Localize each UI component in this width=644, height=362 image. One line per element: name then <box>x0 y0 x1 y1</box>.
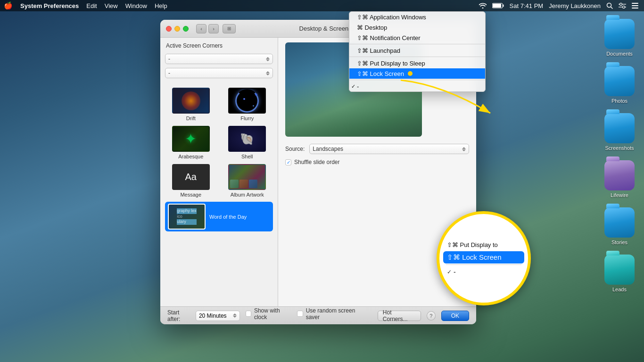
svg-rect-13 <box>632 8 638 8</box>
leads-folder-icon <box>604 255 635 285</box>
show-clock-row: Show with clock <box>246 307 292 321</box>
desktop-icons-container: Documents Photos Screenshots Lifewire St… <box>604 19 635 292</box>
menu-item-launchpad[interactable]: ⇧⌘ Launchpad <box>349 45 485 56</box>
back-arrow[interactable]: ‹ <box>196 24 206 33</box>
show-clock-label: Show with clock <box>254 307 292 321</box>
menu-item-lock-screen[interactable]: ⇧⌘ Lock Screen <box>349 68 485 79</box>
dialog-bottom-bar: Start after: 20 Minutes Show with clock … <box>160 306 476 324</box>
ok-button[interactable]: OK <box>441 311 469 321</box>
screensaver-item-shell[interactable]: Shell <box>222 126 273 159</box>
close-button[interactable] <box>166 26 172 32</box>
mag-lock-label: ⇧⌘ Lock Screen <box>447 253 502 262</box>
notification-icon[interactable] <box>632 3 638 8</box>
corner-dropdowns: - - <box>165 54 273 78</box>
random-saver-checkbox[interactable] <box>297 311 303 317</box>
menubar: 🍎 System Preferences Edit View Window He… <box>0 0 644 11</box>
desktop-icon-screenshots[interactable]: Screenshots <box>604 113 635 151</box>
screensaver-thumb-message <box>172 164 210 190</box>
minimize-button[interactable] <box>174 26 180 32</box>
screensaver-thumb-flurry <box>228 88 266 114</box>
help-menu[interactable]: Help <box>155 2 167 9</box>
screensaver-thumb-shell <box>228 126 266 152</box>
stories-label: Stories <box>611 239 627 245</box>
svg-point-5 <box>620 3 622 6</box>
screensaver-thumb-word: graphy lex ico ulary <box>168 204 206 230</box>
left-panel: Active Screen Corners - - <box>160 38 278 306</box>
menu-item-dash-label: - <box>357 83 359 90</box>
search-icon[interactable] <box>606 2 613 9</box>
source-select-value: Landscapes <box>313 146 343 152</box>
mag-item-dash: ✓ - <box>443 266 524 278</box>
screensaver-item-word-of-day[interactable]: graphy lex ico ulary Word of the Day <box>165 202 273 231</box>
wifi-icon[interactable] <box>479 3 487 8</box>
menu-item-put-display-sleep[interactable]: ⇧⌘ Put Display to Sleep <box>349 58 485 68</box>
screensaver-label-flurry: Flurry <box>240 115 254 121</box>
screensaver-label-shell: Shell <box>241 154 253 159</box>
app-name-menu[interactable]: System Preferences <box>20 2 79 9</box>
start-after-label: Start after: <box>167 309 192 322</box>
stories-folder-icon <box>604 207 635 238</box>
menu-item-notification-center[interactable]: ⇧⌘ Notification Center <box>349 33 485 43</box>
screensaver-item-message[interactable]: Message <box>165 164 217 197</box>
user-name: Jeremy Laukkonen <box>549 2 601 9</box>
mag-put-display-label: ⇧⌘ Put Display to <box>447 241 498 248</box>
menu-item-desktop[interactable]: ⌘ Desktop <box>349 22 485 33</box>
help-button[interactable]: ? <box>427 311 436 321</box>
source-label: Source: <box>285 146 305 152</box>
start-after-value: 20 Minutes <box>199 313 227 319</box>
time-display: Sat 7:41 PM <box>510 2 544 9</box>
shuffle-label: Shuffle slide order <box>294 159 340 165</box>
corner-dropdown-2[interactable]: - <box>165 68 273 78</box>
view-menu[interactable]: View <box>105 2 118 9</box>
grid-view-button[interactable]: ⊞ <box>223 24 236 33</box>
hot-corners-button[interactable]: Hot Corners... <box>378 311 421 321</box>
menu-item-dash[interactable]: - <box>349 81 485 91</box>
magnifier-content: ⇧⌘ Put Display to ⇧⌘ Lock Screen ✓ - <box>439 236 528 281</box>
screensaver-item-drift[interactable]: Drift <box>165 88 217 121</box>
desktop-icon-documents[interactable]: Documents <box>604 19 635 57</box>
menu-item-launchpad-label: ⇧⌘ Launchpad <box>357 47 400 54</box>
screensaver-item-flurry[interactable]: Flurry <box>222 88 273 121</box>
screensaver-label-word: Word of the Day <box>209 214 247 220</box>
screensaver-item-album-artwork[interactable]: Album Artwork <box>222 164 273 197</box>
show-clock-checkbox[interactable] <box>246 311 251 317</box>
control-center-icon[interactable] <box>619 3 626 8</box>
screensaver-label-message: Message <box>180 192 201 197</box>
dropdown-arrow-2 <box>266 71 270 75</box>
screensaver-thumb-album <box>228 164 266 190</box>
menu-item-app-windows-label: ⇧⌘ Application Windows <box>357 14 426 21</box>
shuffle-checkbox[interactable] <box>285 159 291 165</box>
desktop-icon-photos[interactable]: Photos <box>604 66 635 104</box>
desktop-icon-stories[interactable]: Stories <box>604 207 635 245</box>
mag-separator <box>446 264 521 265</box>
random-saver-row: Use random screen saver <box>297 307 366 321</box>
source-select[interactable]: Landscapes <box>309 144 469 154</box>
apple-menu-icon[interactable]: 🍎 <box>4 1 13 10</box>
menu-separator-1 <box>349 44 485 44</box>
corner-dropdown-1[interactable]: - <box>165 54 273 64</box>
desktop-icon-lifewire[interactable]: Lifewire <box>604 160 635 198</box>
traffic-lights <box>166 26 189 32</box>
edit-menu[interactable]: Edit <box>86 2 97 9</box>
maximize-button[interactable] <box>183 26 189 32</box>
shuffle-row: Shuffle slide order <box>285 159 469 165</box>
desktop-icon-leads[interactable]: Leads <box>604 255 635 292</box>
leads-label: Leads <box>612 287 627 292</box>
screenshots-label: Screenshots <box>605 145 634 151</box>
screensaver-grid: Drift Flurry <box>165 85 273 200</box>
screensaver-item-arabesque[interactable]: Arabesque <box>165 126 217 159</box>
corner-dropdown-1-value: - <box>168 56 170 62</box>
mag-item-put-display: ⇧⌘ Put Display to <box>443 239 524 251</box>
photos-label: Photos <box>611 98 627 104</box>
screensaver-thumb-drift <box>172 88 210 114</box>
photos-folder-icon <box>604 66 635 96</box>
corner-dropdown-2-value: - <box>168 70 170 76</box>
svg-line-4 <box>611 7 613 9</box>
documents-folder-icon <box>604 19 635 49</box>
svg-rect-12 <box>632 5 638 6</box>
forward-arrow[interactable]: › <box>208 24 219 33</box>
window-menu[interactable]: Window <box>125 2 147 9</box>
menu-item-app-windows[interactable]: ⇧⌘ Application Windows <box>349 12 485 22</box>
lock-screen-indicator <box>408 71 413 76</box>
start-after-select[interactable]: 20 Minutes <box>196 311 240 321</box>
